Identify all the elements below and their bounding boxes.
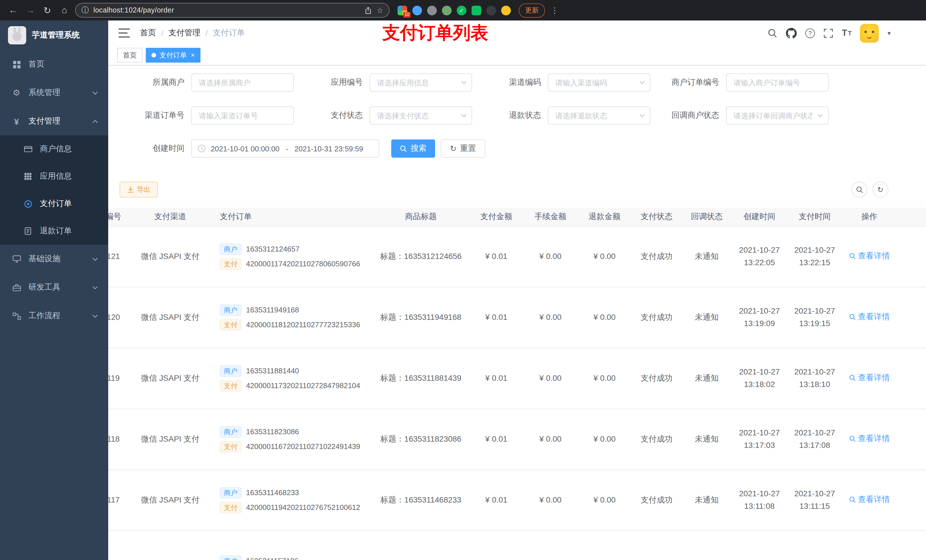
yuan-icon: ¥ — [11, 116, 22, 126]
extension-check-icon[interactable]: ✓ — [457, 5, 466, 15]
sidebar-item-refund-order[interactable]: 退款订单 — [0, 217, 108, 245]
extensions-puzzle-icon[interactable]: 10 — [398, 5, 407, 15]
cell-pay-order: 商户1635311949168 支付4200001181202110277723… — [213, 302, 372, 334]
extension-wechat-icon[interactable] — [472, 5, 481, 15]
cell-pay-time: 2021-10-2713:22:15 — [787, 245, 842, 269]
pay-badge: 支付 — [220, 319, 242, 331]
view-detail-link[interactable]: 查看详情 — [849, 371, 890, 384]
gear-icon: ⚙ — [11, 88, 22, 98]
avatar-caret-icon[interactable]: ▾ — [888, 29, 891, 37]
channel-code-select[interactable] — [548, 73, 651, 92]
merchant-input[interactable] — [191, 73, 294, 92]
cell-create-time: 2021-10-2713:18:02 — [732, 366, 787, 391]
col-header-status: 支付状态 — [632, 211, 682, 223]
browser-menu-icon[interactable]: ⋮ — [551, 6, 559, 15]
close-icon[interactable]: × — [191, 52, 195, 59]
user-avatar[interactable] — [860, 24, 879, 42]
browser-reload-icon[interactable]: ↻ — [41, 4, 53, 17]
breadcrumb: 首页 / 支付管理 / 支付订单 — [140, 28, 245, 38]
date-range-picker[interactable]: 2021-10-01 00:00:00 - 2021-10-31 23:59:5… — [191, 139, 379, 158]
notify-status-select[interactable] — [726, 106, 829, 125]
cell-pay-status: 支付成功 — [632, 494, 682, 506]
cell-refund: ¥ 0.00 — [578, 433, 632, 445]
view-detail-link[interactable]: 查看详情 — [849, 250, 890, 262]
refresh-table-button[interactable]: ↻ — [873, 181, 888, 198]
extension-green-icon[interactable] — [442, 5, 452, 15]
document-icon — [23, 227, 33, 235]
sidebar-item-merchant-info[interactable]: 商户信息 — [0, 136, 108, 163]
cell-pay-status: 支付成功 — [632, 372, 682, 385]
view-detail-link[interactable]: 查看详情 — [849, 433, 890, 445]
site-info-icon[interactable]: ⓘ — [82, 5, 89, 15]
sidebar-item-infra[interactable]: 基础设施 — [0, 245, 108, 273]
pay-no: 4200001174202110278060590766 — [246, 258, 360, 269]
refund-status-select[interactable] — [548, 106, 651, 125]
tab-home[interactable]: 首页 — [117, 48, 142, 63]
browser-home-icon[interactable]: ⌂ — [58, 4, 71, 17]
sidebar-item-system[interactable]: ⚙ 系统管理 — [0, 78, 108, 107]
cell-id: 121 — [108, 251, 127, 263]
chevron-down-icon — [92, 257, 98, 261]
cell-title: 标题：1635312124656 — [372, 251, 469, 263]
font-size-icon[interactable]: TT — [842, 28, 852, 38]
cell-pay-status: 支付成功 — [632, 433, 682, 445]
col-header-ctime: 创建时间 — [732, 211, 787, 223]
pay-no: 4200001167202110271022491439 — [246, 441, 360, 452]
sidebar-item-home[interactable]: 首页 — [0, 50, 108, 78]
toggle-search-button[interactable] — [851, 181, 867, 198]
browser-update-button[interactable]: 更新 — [519, 3, 545, 17]
view-detail-link[interactable]: 查看详情 — [849, 311, 890, 323]
fullscreen-icon[interactable] — [823, 28, 833, 38]
cell-create-time: 2021-10-2713:22:05 — [732, 245, 787, 269]
credit-card-icon — [23, 146, 33, 152]
cell-notify-status: 未通知 — [682, 251, 732, 263]
active-dot — [151, 53, 156, 57]
col-header-channel: 支付渠道 — [127, 211, 213, 223]
export-label: 导出 — [137, 185, 150, 194]
view-detail-link[interactable]: 查看详情 — [849, 494, 890, 506]
extension-drop-icon[interactable] — [412, 5, 422, 15]
font-size-small-glyph: T — [848, 30, 851, 36]
sidebar-item-label: 系统管理 — [29, 88, 85, 98]
channel-order-no-input[interactable] — [191, 106, 294, 125]
sidebar-item-pay-order[interactable]: 支付订单 — [0, 190, 108, 217]
extension-pin-icon[interactable] — [486, 5, 496, 15]
table-inner: 编号 支付渠道 支付订单 商品标题 支付金额 手续金额 退款金额 支付状态 回调… — [108, 208, 926, 560]
view-detail-label: 查看详情 — [858, 433, 890, 445]
sidebar-item-workflow[interactable]: 工作流程 — [0, 302, 108, 330]
col-header-action: 操作 — [842, 211, 896, 223]
pay-status-select[interactable] — [369, 106, 472, 125]
cell-pay-status: 支付成功 — [632, 251, 682, 263]
share-icon[interactable] — [365, 6, 372, 14]
bookmark-star-icon[interactable]: ☆ — [377, 6, 383, 15]
table-row: 119 微信 JSAPI 支付 商户1635311881440 支付420000… — [108, 348, 926, 409]
browser-forward-icon[interactable]: → — [24, 4, 36, 17]
browser-chrome: ← → ↻ ⌂ ⓘ localhost:1024/pay/order ☆ 10 … — [0, 0, 926, 21]
search-button[interactable]: 搜索 — [391, 139, 435, 158]
topbar: 首页 / 支付管理 / 支付订单 支付订单列表 ? — [108, 21, 926, 45]
breadcrumb-home[interactable]: 首页 — [140, 28, 156, 38]
help-icon[interactable]: ? — [805, 28, 815, 38]
merchant-order-no-input[interactable] — [726, 73, 829, 92]
col-header-ptime: 支付时间 — [787, 211, 842, 223]
reset-button[interactable]: ↻ 重置 — [441, 139, 485, 158]
app-select[interactable] — [369, 73, 472, 92]
merchant-no: 1635311157186 — [246, 555, 298, 560]
extension-avatar-icon[interactable] — [501, 5, 511, 15]
sidebar-item-pay[interactable]: ¥ 支付管理 — [0, 107, 108, 136]
main-area: 首页 / 支付管理 / 支付订单 支付订单列表 ? — [108, 21, 926, 560]
workflow-icon — [11, 312, 22, 320]
hamburger-icon[interactable] — [118, 29, 130, 38]
tab-pay-order[interactable]: 支付订单 × — [146, 48, 200, 63]
breadcrumb-separator: / — [161, 29, 163, 38]
github-icon[interactable] — [786, 27, 797, 38]
address-bar[interactable]: ⓘ localhost:1024/pay/order ☆ — [75, 3, 390, 18]
sidebar-item-app-info[interactable]: 应用信息 — [0, 163, 108, 190]
merchant-badge: 商户 — [220, 555, 242, 560]
sidebar-item-devtools[interactable]: 研发工具 — [0, 273, 108, 302]
breadcrumb-section[interactable]: 支付管理 — [169, 28, 200, 38]
search-icon[interactable] — [768, 28, 777, 38]
export-button[interactable]: 导出 — [120, 181, 158, 198]
browser-back-icon[interactable]: ← — [7, 4, 20, 17]
extension-gray-icon[interactable] — [427, 5, 437, 15]
